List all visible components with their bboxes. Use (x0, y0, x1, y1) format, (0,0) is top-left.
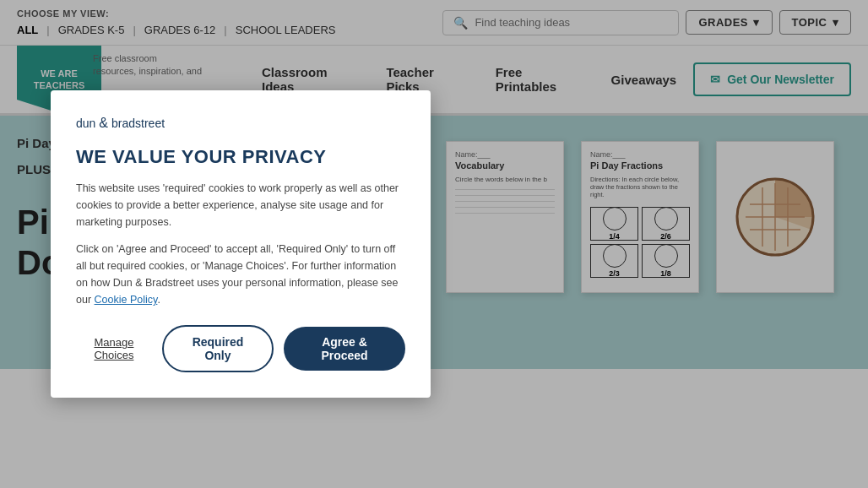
modal-actions: Manage Choices Required Only Agree & Pro… (76, 325, 405, 372)
manage-choices-button[interactable]: Manage Choices (76, 336, 152, 361)
dnb-logo-text: dun (76, 117, 95, 130)
modal-overlay: dun & bradstreet WE VALUE YOUR PRIVACY T… (0, 0, 868, 488)
modal-title: WE VALUE YOUR PRIVACY (76, 146, 405, 168)
dnb-logo-text2: bradstreet (111, 117, 165, 130)
cookie-policy-link[interactable]: Cookie Policy (95, 294, 158, 306)
modal-body-2: Click on 'Agree and Proceed' to accept a… (76, 241, 405, 308)
dnb-amp-icon: & (99, 116, 108, 131)
modal-body-1: This website uses 'required' cookies to … (76, 180, 405, 230)
dnb-logo: dun & bradstreet (76, 116, 405, 131)
required-only-button[interactable]: Required Only (162, 325, 274, 372)
agree-proceed-button[interactable]: Agree & Proceed (284, 327, 405, 371)
cookie-modal: dun & bradstreet WE VALUE YOUR PRIVACY T… (51, 90, 431, 398)
